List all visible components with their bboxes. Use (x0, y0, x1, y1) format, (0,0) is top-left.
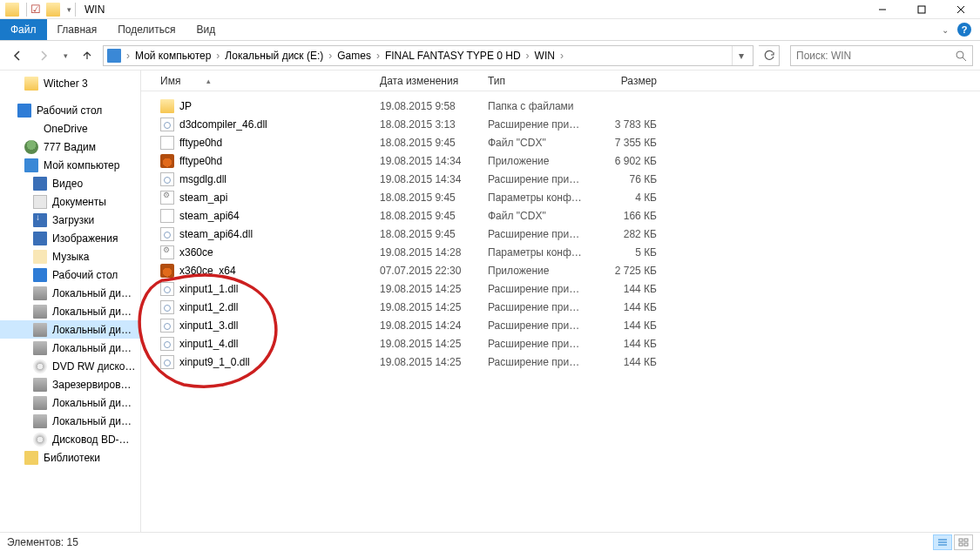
nav-tree[interactable]: Witcher 3Рабочий столOneDrive777 ВадимМо… (0, 71, 141, 532)
nav-tree-item[interactable]: Witcher 3 (0, 74, 140, 92)
maximize-button[interactable] (902, 0, 941, 19)
nav-tree-item[interactable]: Локальный ди… (0, 393, 140, 412)
nav-tree-item[interactable]: Локальный ди… (0, 412, 140, 430)
nav-tree-item[interactable]: Видео (0, 174, 140, 192)
breadcrumb-item[interactable]: Мой компьютер (132, 50, 214, 62)
col-date[interactable]: Дата изменения (373, 75, 481, 87)
file-size: 282 КБ (585, 228, 664, 240)
cfg-icon (160, 245, 174, 259)
col-name[interactable]: Имя ▴ (153, 75, 373, 87)
up-button[interactable] (77, 45, 98, 66)
file-name: msgdlg.dll (179, 173, 226, 185)
file-row[interactable]: xinput1_3.dll19.08.2015 14:24Расширение … (141, 316, 980, 334)
refresh-button[interactable] (759, 45, 780, 66)
file-row[interactable]: steam_api18.08.2015 9:45Параметры конф…4… (141, 188, 980, 206)
file-row[interactable]: msgdlg.dll19.08.2015 14:34Расширение при… (141, 170, 980, 188)
qat-dropdown-icon[interactable]: ▾ (67, 5, 71, 14)
address-bar[interactable]: › Мой компьютер›Локальный диск (E:)›Game… (103, 45, 754, 66)
ribbon-collapse-icon[interactable]: ⌄ (942, 25, 949, 35)
breadcrumb-item[interactable]: Локальный диск (E:) (221, 50, 327, 62)
nav-tree-item[interactable]: Дисковод BD-… (0, 430, 140, 448)
search-icon[interactable] (955, 50, 967, 62)
file-row[interactable]: xinput1_4.dll19.08.2015 14:25Расширение … (141, 334, 980, 353)
tab-file[interactable]: Файл (0, 19, 47, 40)
nav-tree-item[interactable]: 777 Вадим (0, 138, 140, 156)
drive-icon (33, 305, 47, 319)
nav-tree-item[interactable]: Локальный ди… (0, 302, 140, 320)
tab-home[interactable]: Главная (47, 19, 108, 40)
chevron-right-icon[interactable]: › (375, 50, 382, 62)
tab-view[interactable]: Вид (186, 19, 226, 40)
breadcrumb-item[interactable]: FINAL FANTASY TYPE 0 HD (382, 50, 524, 62)
tab-share[interactable]: Поделиться (107, 19, 186, 40)
details-view-button[interactable] (933, 534, 952, 550)
file-date: 18.08.2015 9:45 (373, 137, 481, 149)
file-row[interactable]: x360ce_x6407.07.2015 22:30Приложение2 72… (141, 261, 980, 279)
nav-tree-item[interactable]: Изображения (0, 229, 140, 247)
nav-tree-item[interactable]: Мой компьютер (0, 156, 140, 174)
col-type[interactable]: Тип (481, 75, 585, 87)
nav-tree-item[interactable]: OneDrive (0, 119, 140, 138)
file-size: 76 КБ (585, 173, 664, 185)
address-dropdown[interactable]: ▾ (732, 46, 749, 65)
nav-tree-item[interactable]: DVD RW диско… (0, 357, 140, 375)
file-row[interactable]: d3dcompiler_46.dll18.08.2015 3:13Расшире… (141, 115, 980, 133)
column-headers: Имя ▴ Дата изменения Тип Размер (141, 71, 980, 91)
file-row[interactable]: steam_api64.dll18.08.2015 9:45Расширение… (141, 225, 980, 243)
chevron-right-icon[interactable]: › (524, 50, 531, 62)
nav-tree-item[interactable]: Документы (0, 192, 140, 211)
nav-tree-item[interactable]: Локальный ди… (0, 320, 140, 339)
file-name: steam_api64 (179, 210, 240, 222)
nav-tree-item[interactable]: Библиотеки (0, 448, 140, 467)
file-type: Приложение (481, 265, 585, 277)
file-size: 144 КБ (585, 283, 664, 295)
minimize-button[interactable] (862, 0, 902, 19)
pc-icon (24, 158, 38, 172)
close-button[interactable] (941, 0, 980, 19)
forward-button[interactable] (33, 45, 54, 66)
onedrive-icon (24, 122, 38, 136)
breadcrumb-item[interactable]: Games (334, 50, 375, 62)
nav-tree-item[interactable]: Зарезервиров… (0, 375, 140, 393)
back-button[interactable] (7, 45, 28, 66)
file-row[interactable]: xinput1_2.dll19.08.2015 14:25Расширение … (141, 298, 980, 316)
nav-tree-item[interactable]: Локальный ди… (0, 284, 140, 302)
nav-tree-item[interactable]: Загрузки (0, 211, 140, 229)
file-date: 07.07.2015 22:30 (373, 265, 481, 277)
nav-tree-label: Локальный ди… (52, 306, 132, 318)
nav-tree-item[interactable]: Локальный ди… (0, 339, 140, 357)
file-date: 19.08.2015 14:24 (373, 319, 481, 332)
svg-point-4 (956, 51, 963, 58)
file-date: 19.08.2015 14:25 (373, 356, 481, 368)
chevron-right-icon[interactable]: › (558, 50, 565, 62)
dvd-icon (33, 359, 47, 373)
file-row[interactable]: xinput9_1_0.dll19.08.2015 14:25Расширени… (141, 353, 980, 371)
col-size[interactable]: Размер (585, 75, 664, 87)
chevron-right-icon[interactable]: › (125, 50, 132, 62)
file-row[interactable]: x360ce19.08.2015 14:28Параметры конф…5 К… (141, 243, 980, 261)
svg-rect-9 (959, 539, 963, 541)
file-type: Расширение при… (481, 356, 585, 368)
search-box[interactable] (790, 45, 973, 66)
breadcrumb-item[interactable]: WIN (531, 50, 558, 62)
nav-tree-item[interactable]: Музыка (0, 247, 140, 265)
nav-tree-item[interactable]: Рабочий стол (0, 265, 140, 284)
nav-tree-item[interactable]: Рабочий стол (0, 101, 140, 119)
help-icon[interactable]: ? (957, 23, 971, 37)
recent-dropdown[interactable]: ▾ (59, 45, 71, 66)
desktop-icon (17, 104, 31, 118)
file-row[interactable]: xinput1_1.dll19.08.2015 14:25Расширение … (141, 279, 980, 298)
search-input[interactable] (796, 50, 955, 62)
file-row[interactable]: JP19.08.2015 9:58Папка с файлами (141, 97, 980, 115)
file-row[interactable]: fftype0hd19.08.2015 14:34Приложение6 902… (141, 151, 980, 170)
qat-check-icon[interactable]: ☑ (30, 3, 41, 16)
file-list: Имя ▴ Дата изменения Тип Размер JP19.08.… (141, 71, 980, 532)
icons-view-button[interactable] (954, 534, 973, 550)
dll-icon (160, 227, 174, 241)
qat-folder-icon[interactable] (46, 3, 60, 17)
cdx-icon (160, 136, 174, 150)
file-row[interactable]: steam_api6418.08.2015 9:45Файл "CDX"166 … (141, 206, 980, 225)
file-name: xinput9_1_0.dll (179, 356, 250, 368)
nav-bar: ▾ › Мой компьютер›Локальный диск (E:)›Ga… (0, 41, 980, 71)
file-row[interactable]: fftype0hd18.08.2015 9:45Файл "CDX"7 355 … (141, 133, 980, 151)
